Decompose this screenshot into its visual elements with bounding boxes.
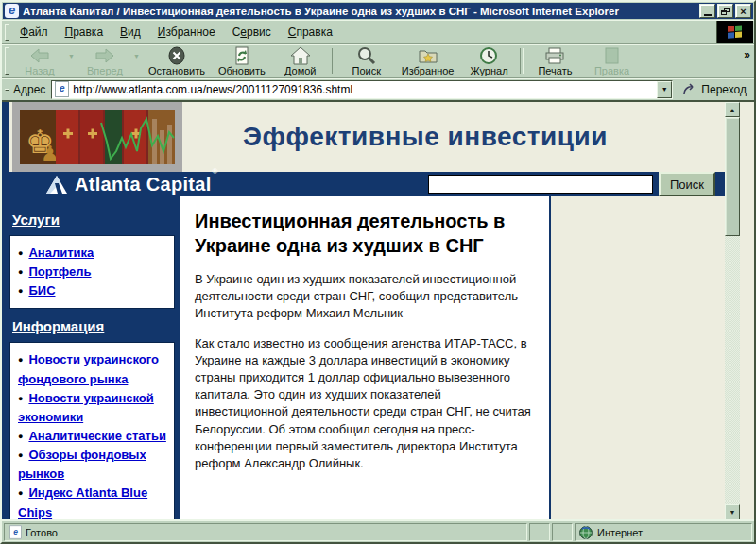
refresh-button[interactable]: Обновить — [212, 44, 272, 77]
toolbar-separator — [332, 48, 335, 74]
bullet-icon: ● — [18, 285, 23, 298]
security-zone-label: Интернет — [597, 527, 643, 538]
forward-button[interactable]: Вперед — [77, 44, 133, 77]
web-page: ♚ ♟ Эффективные инвестиции — [2, 102, 725, 519]
status-pane-empty — [529, 523, 550, 541]
scrollbar-track[interactable] — [725, 236, 740, 504]
sidebar-link-portfolio[interactable]: Портфель — [28, 264, 91, 279]
refresh-icon — [233, 46, 250, 65]
menu-help[interactable]: Справка — [280, 24, 341, 41]
page-left-border — [2, 102, 9, 519]
atlanta-triangle-icon — [46, 176, 67, 194]
bullet-icon: ● — [18, 354, 23, 367]
list-item: ●Аналитика — [18, 244, 168, 263]
favorites-button[interactable]: Избранное — [395, 44, 461, 77]
status-bar: e Готово Интернет — [2, 520, 754, 542]
edit-button[interactable]: Правка — [583, 44, 640, 77]
addressbar-grip[interactable] — [5, 89, 9, 91]
menu-favorites[interactable]: Избранное — [149, 24, 224, 41]
scroll-up-button[interactable]: ▲ — [725, 102, 740, 117]
list-item: ●Аналитические статьи — [18, 427, 168, 446]
ie-icon: e — [5, 4, 19, 18]
menu-edit[interactable]: Правка — [57, 24, 112, 41]
sidebar-link-bis[interactable]: БИС — [28, 283, 55, 298]
article-paragraph: Как стало известно из сообщения агенства… — [195, 335, 534, 473]
back-arrow-icon — [29, 46, 50, 65]
bullet-icon: ● — [18, 393, 23, 406]
toolbar-separator — [520, 48, 524, 74]
search-icon — [357, 46, 376, 65]
title-bar: e Атланта Капитал / Инвестиционная деяте… — [3, 3, 753, 19]
site-logo: Atlanta Capital® — [46, 174, 428, 196]
go-button[interactable]: Переход — [679, 81, 750, 98]
site-search-button[interactable]: Поиск — [659, 172, 715, 196]
scrollbar-thumb[interactable] — [725, 117, 740, 236]
list-item: ●Новости украинского фондового рынка — [18, 350, 168, 388]
history-clock-icon — [479, 46, 498, 65]
scroll-down-button[interactable]: ▼ — [725, 504, 740, 519]
bullet-icon: ● — [18, 450, 23, 463]
article-title: Инвестиционная деятельность в Украине од… — [195, 209, 534, 258]
address-label: Адрес — [13, 83, 45, 96]
menu-file[interactable]: Файл — [11, 24, 57, 41]
browser-viewport: ♚ ♟ Эффективные инвестиции — [2, 100, 754, 520]
print-button[interactable]: Печать — [526, 44, 583, 77]
print-icon — [544, 46, 565, 65]
stop-icon — [167, 46, 186, 65]
address-input[interactable] — [73, 82, 657, 97]
sidebar-header-services[interactable]: Услуги — [12, 212, 174, 228]
bullet-icon: ● — [18, 247, 23, 261]
page-right-background — [551, 196, 725, 519]
sidebar-link-analytic-articles[interactable]: Аналитические статьи — [28, 429, 165, 443]
back-button[interactable]: Назад — [11, 44, 68, 77]
sidebar-link-atlanta-blue-chips[interactable]: Индекс Atlanta Blue Chips — [18, 485, 147, 518]
toolbar-overflow-chevron[interactable]: » — [744, 48, 750, 61]
restore-icon — [721, 8, 730, 15]
vertical-scrollbar: ▲ ▼ — [725, 102, 740, 519]
minimize-button[interactable] — [699, 4, 715, 18]
banner-photo: ♚ ♟ — [12, 102, 182, 172]
forward-dropdown[interactable]: ▼ — [133, 44, 142, 77]
close-button[interactable]: × — [735, 4, 751, 18]
site-search-input[interactable] — [428, 175, 653, 194]
site-header: Atlanta Capital® Поиск — [2, 172, 725, 196]
banner-title: Эффективные инвестиции — [182, 122, 725, 152]
favorites-folder-icon — [418, 46, 438, 65]
list-item: ●Индекс Atlanta Blue Chips — [18, 484, 168, 519]
sidebar-link-market-reviews[interactable]: Обзоры фондовых рынков — [18, 448, 146, 481]
forward-arrow-icon — [94, 46, 115, 65]
status-zone-pane: Интернет — [575, 523, 752, 541]
menu-items: Файл Правка Вид Избранное Сервис Справка — [11, 21, 716, 43]
menu-tools[interactable]: Сервис — [224, 24, 280, 41]
browser-window: e Атланта Капитал / Инвестиционная деяте… — [0, 0, 756, 544]
back-dropdown[interactable]: ▼ — [68, 44, 77, 77]
address-dropdown-button[interactable]: ▼ — [657, 81, 672, 98]
address-bar: Адрес e ▼ Переход — [2, 77, 754, 100]
sidebar: Услуги ●Аналитика ●Портфель ●БИС Информа… — [2, 196, 178, 519]
sidebar-box-services: ●Аналитика ●Портфель ●БИС — [9, 235, 175, 309]
address-input-container: e ▼ — [51, 80, 673, 99]
sidebar-header-information[interactable]: Информация — [12, 318, 174, 334]
search-button[interactable]: Поиск — [338, 44, 395, 77]
sidebar-box-information: ●Новости украинского фондового рынка ●Но… — [9, 342, 175, 519]
edit-page-icon — [603, 46, 620, 65]
toolbar: Назад ▼ Вперед ▼ Остановить Обновить Дом… — [2, 43, 754, 77]
site-logo-text: Atlanta Capital® — [75, 174, 217, 196]
history-button[interactable]: Журнал — [460, 44, 517, 77]
list-item: ●Портфель — [18, 263, 168, 281]
window-title: Атланта Капитал / Инвестиционная деятель… — [23, 6, 697, 17]
menubar-grip[interactable] — [5, 24, 9, 41]
stop-button[interactable]: Остановить — [142, 44, 212, 77]
windows-flag-throbber-icon — [716, 21, 753, 43]
menu-view[interactable]: Вид — [112, 24, 149, 41]
bullet-icon: ● — [18, 431, 23, 444]
banner: ♚ ♟ Эффективные инвестиции — [2, 102, 725, 172]
restore-button[interactable] — [717, 4, 733, 18]
bullet-icon: ● — [18, 266, 23, 280]
sidebar-link-analytics[interactable]: Аналитика — [28, 246, 94, 260]
sidebar-link-ukr-market-news[interactable]: Новости украинского фондового рынка — [18, 352, 159, 385]
home-button[interactable]: Домой — [272, 44, 329, 77]
sidebar-link-ukr-economy-news[interactable]: Новости украинской экономики — [18, 391, 154, 424]
list-item: ●Обзоры фондовых рынков — [18, 446, 168, 484]
toolbar-grip[interactable] — [5, 47, 9, 75]
